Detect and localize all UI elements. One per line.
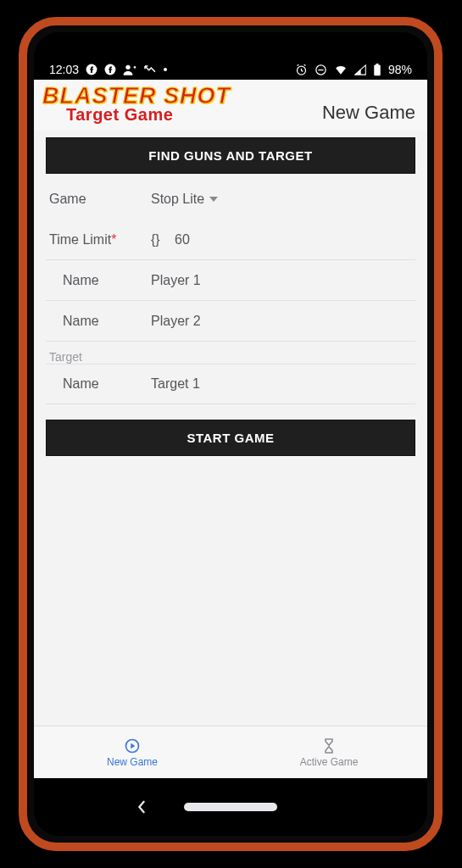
nav-back-button[interactable]: [136, 800, 148, 814]
player1-name-input[interactable]: [151, 273, 412, 288]
bottom-tab-bar: New Game Active Game: [34, 726, 427, 778]
missed-call-icon: [143, 64, 157, 75]
player1-name-label: Name: [49, 273, 151, 288]
status-bar: 12:03: [34, 32, 427, 80]
game-select-value: Stop Lite: [151, 192, 204, 207]
signal-icon: [354, 64, 366, 75]
status-time: 12:03: [49, 63, 79, 76]
player1-row: Name: [46, 260, 415, 301]
battery-icon: [373, 64, 381, 76]
player2-name-input[interactable]: [151, 314, 412, 329]
facebook-icon: [104, 64, 116, 75]
svg-rect-5: [374, 64, 381, 75]
phone-frame: 12:03: [19, 17, 443, 851]
target1-row: Name: [46, 364, 415, 404]
time-limit-label-text: Time Limit: [49, 232, 111, 247]
time-limit-marker: {}: [151, 232, 175, 248]
content-area: FIND GUNS AND TARGET Game Stop Lite Time…: [34, 131, 427, 726]
android-nav-bar: [34, 778, 427, 836]
alarm-icon: [295, 64, 308, 76]
logo-sub-text: Target Game: [66, 106, 231, 123]
nav-home-pill[interactable]: [184, 803, 277, 811]
status-left: 12:03: [49, 63, 167, 76]
tab-active-game[interactable]: Active Game: [231, 726, 427, 778]
game-label: Game: [49, 192, 151, 207]
app-header: BLASTER SHOT Target Game New Game: [34, 80, 427, 131]
svg-point-2: [125, 65, 130, 70]
app-screen: BLASTER SHOT Target Game New Game FIND G…: [34, 80, 427, 778]
find-guns-button[interactable]: FIND GUNS AND TARGET: [46, 137, 415, 174]
target1-name-label: Name: [49, 376, 151, 392]
time-limit-input[interactable]: [175, 232, 412, 248]
game-row: Game Stop Lite: [46, 179, 415, 220]
svg-rect-6: [376, 64, 378, 65]
player2-name-label: Name: [49, 314, 151, 329]
app-logo: BLASTER SHOT Target Game: [42, 85, 231, 123]
target1-name-input[interactable]: [151, 376, 412, 392]
phone-screen: 12:03: [34, 32, 427, 836]
tab-active-game-label: Active Game: [300, 756, 359, 768]
hourglass-icon: [320, 737, 337, 754]
tab-new-game-label: New Game: [107, 756, 158, 768]
start-game-button[interactable]: START GAME: [46, 420, 415, 456]
status-right: 98%: [295, 63, 412, 76]
player2-row: Name: [46, 301, 415, 342]
page-title: New Game: [322, 102, 415, 124]
time-limit-label: Time Limit*: [49, 232, 151, 248]
do-not-disturb-icon: [314, 64, 327, 76]
tab-new-game[interactable]: New Game: [34, 726, 231, 778]
play-circle-icon: [124, 737, 141, 754]
chevron-down-icon: [209, 197, 218, 202]
facebook-icon: [86, 64, 97, 75]
game-select[interactable]: Stop Lite: [151, 192, 218, 207]
more-notifications-dot: [164, 68, 167, 71]
person-add-icon: [123, 64, 136, 75]
time-limit-row: Time Limit* {}: [46, 220, 415, 260]
logo-main-text: BLASTER SHOT: [42, 85, 231, 108]
battery-percent: 98%: [388, 63, 412, 76]
wifi-icon: [334, 64, 348, 75]
target-section-label: Target: [46, 342, 415, 364]
